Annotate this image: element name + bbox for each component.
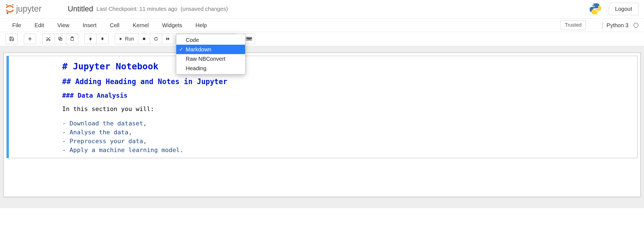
svg-rect-26 bbox=[250, 38, 250, 38]
checkpoint-text: Last Checkpoint: 11 minutes ago bbox=[97, 6, 177, 12]
menu-bar: File Edit View Insert Cell Kernel Widget… bbox=[0, 19, 644, 32]
svg-marker-20 bbox=[166, 37, 168, 41]
cell-selection-bar bbox=[7, 56, 9, 158]
kernel-status-icon bbox=[633, 23, 638, 28]
svg-text:jupyter: jupyter bbox=[16, 4, 41, 14]
svg-rect-19 bbox=[143, 38, 145, 40]
menu-kernel[interactable]: Kernel bbox=[126, 19, 155, 32]
cell-input-area[interactable]: # Jupyter Notebook ## Adding Heading and… bbox=[62, 56, 637, 158]
celltype-option-markdown[interactable]: Markdown bbox=[176, 45, 245, 54]
notebook-background: # Jupyter Notebook ## Adding Heading and… bbox=[0, 46, 644, 208]
jupyter-logo[interactable]: jupyter bbox=[6, 3, 61, 15]
paste-button[interactable] bbox=[66, 34, 78, 44]
unsaved-text: (unsaved changes) bbox=[181, 6, 228, 12]
md-h1-line: # Jupyter Notebook bbox=[62, 60, 634, 73]
save-button[interactable] bbox=[6, 34, 18, 44]
menu-file[interactable]: File bbox=[6, 19, 28, 32]
menu-insert[interactable]: Insert bbox=[76, 19, 103, 32]
svg-point-7 bbox=[597, 12, 598, 14]
cut-button[interactable] bbox=[42, 34, 54, 44]
cell-prompt-area bbox=[7, 56, 62, 158]
copy-button[interactable] bbox=[54, 34, 66, 44]
celltype-option-raw[interactable]: Raw NBConvert bbox=[176, 54, 245, 64]
restart-button[interactable] bbox=[150, 34, 162, 44]
svg-rect-24 bbox=[248, 38, 248, 38]
celltype-option-code[interactable]: Code bbox=[176, 35, 245, 45]
notebook-container: # Jupyter Notebook ## Adding Heading and… bbox=[3, 53, 641, 197]
menu-cell[interactable]: Cell bbox=[103, 19, 126, 32]
md-list-item: - Apply a machine learning model. bbox=[62, 146, 634, 155]
svg-point-6 bbox=[593, 4, 594, 5]
menu-widgets[interactable]: Widgets bbox=[155, 19, 189, 32]
python-logo-icon bbox=[589, 2, 602, 16]
svg-rect-27 bbox=[251, 38, 251, 38]
md-h3-line: ### Data Analysis bbox=[62, 91, 634, 100]
add-cell-button[interactable] bbox=[24, 34, 36, 44]
svg-marker-21 bbox=[168, 37, 169, 41]
toolbar: Run Code Markdown Raw NBConvert Heading bbox=[0, 32, 644, 46]
trusted-indicator[interactable]: Trusted bbox=[561, 20, 586, 30]
kernel-name[interactable]: Python 3 bbox=[602, 22, 628, 29]
svg-rect-17 bbox=[72, 37, 73, 38]
run-label: Run bbox=[125, 36, 134, 42]
md-list: - Download the dataset, - Analyse the da… bbox=[62, 119, 634, 155]
restart-run-all-button[interactable] bbox=[162, 34, 174, 44]
svg-rect-29 bbox=[248, 39, 250, 39]
svg-point-2 bbox=[6, 4, 7, 6]
logout-button[interactable]: Logout bbox=[609, 3, 638, 15]
svg-rect-30 bbox=[250, 39, 251, 39]
md-body-line: In this section you will: bbox=[62, 105, 634, 113]
celltype-option-heading[interactable]: Heading bbox=[176, 64, 245, 73]
svg-point-4 bbox=[7, 12, 8, 14]
notebook-title[interactable]: Untitled bbox=[68, 5, 93, 13]
move-up-button[interactable] bbox=[84, 34, 97, 44]
move-down-button[interactable] bbox=[96, 34, 109, 44]
md-list-item: - Download the dataset, bbox=[62, 119, 634, 128]
md-list-item: - Analyse the data, bbox=[62, 128, 634, 137]
svg-point-3 bbox=[12, 4, 14, 6]
svg-marker-18 bbox=[120, 37, 122, 40]
md-list-item: - Preprocess your data, bbox=[62, 137, 634, 146]
svg-rect-28 bbox=[247, 39, 248, 39]
run-button[interactable]: Run bbox=[115, 34, 138, 44]
celltype-select[interactable]: Code Markdown Raw NBConvert Heading bbox=[176, 34, 237, 44]
menu-view[interactable]: View bbox=[51, 19, 76, 32]
menu-help[interactable]: Help bbox=[189, 19, 213, 32]
celltype-dropdown: Code Markdown Raw NBConvert Heading bbox=[176, 34, 245, 74]
svg-rect-25 bbox=[249, 38, 249, 38]
markdown-cell[interactable]: # Jupyter Notebook ## Adding Heading and… bbox=[6, 56, 638, 158]
header-bar: jupyter Untitled Last Checkpoint: 11 min… bbox=[0, 0, 644, 19]
menu-edit[interactable]: Edit bbox=[28, 19, 51, 32]
interrupt-button[interactable] bbox=[138, 34, 150, 44]
md-h2-line: ## Adding Heading and Notes in Jupyter bbox=[62, 77, 634, 87]
svg-rect-23 bbox=[247, 38, 247, 38]
